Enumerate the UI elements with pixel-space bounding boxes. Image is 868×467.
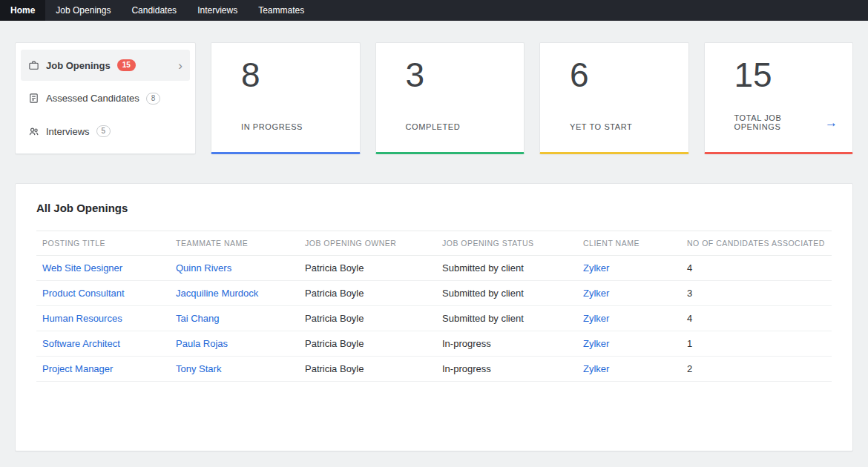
cell-candidates: 1 xyxy=(681,331,832,357)
column-header-job-opening-status: JOB OPENING STATUS xyxy=(436,231,577,256)
table-header-row: POSTING TITLETEAMMATE NAMEJOB OPENING OW… xyxy=(36,231,832,256)
chevron-right-icon: › xyxy=(178,59,183,72)
summary-item-interviews[interactable]: Interviews5 xyxy=(21,116,190,147)
stat-label-row: YET TO START xyxy=(570,122,674,131)
table-body: Web Site DesignerQuinn RiversPatricia Bo… xyxy=(36,256,832,382)
client-link[interactable]: Zylker xyxy=(583,313,609,324)
stat-card-in-progress: 8IN PROGRESS xyxy=(211,42,361,154)
cell-candidates: 3 xyxy=(681,281,832,306)
nav-item-home[interactable]: Home xyxy=(0,0,45,21)
stat-label: COMPLETED xyxy=(406,122,461,131)
dashboard-top-row: Job Openings15›Assessed Candidates8Inter… xyxy=(15,42,853,154)
count-badge: 8 xyxy=(146,93,161,105)
nav-item-candidates[interactable]: Candidates xyxy=(121,0,187,21)
column-header-posting-title: POSTING TITLE xyxy=(36,231,170,256)
count-badge: 5 xyxy=(96,125,111,137)
cell-owner: Patricia Boyle xyxy=(299,256,436,281)
top-nav: HomeJob OpeningsCandidatesInterviewsTeam… xyxy=(0,0,868,21)
cell-posting-title: Software Architect xyxy=(36,331,170,357)
stat-label: TOTAL JOB OPENINGS xyxy=(734,113,826,131)
cell-posting-title: Project Manager xyxy=(36,357,170,382)
cell-teammate-name: Tai Chang xyxy=(170,306,299,331)
summary-panel: Job Openings15›Assessed Candidates8Inter… xyxy=(15,42,196,154)
stat-label-row: COMPLETED xyxy=(406,122,510,131)
summary-item-label: Job Openings xyxy=(46,60,111,71)
job-openings-table: POSTING TITLETEAMMATE NAMEJOB OPENING OW… xyxy=(36,231,832,382)
main-content: Job Openings15›Assessed Candidates8Inter… xyxy=(0,42,868,451)
cell-owner: Patricia Boyle xyxy=(299,281,436,306)
cell-teammate-name: Quinn Rivers xyxy=(170,256,299,281)
cell-owner: Patricia Boyle xyxy=(299,306,436,331)
teammate-name-link[interactable]: Tony Stark xyxy=(176,363,221,374)
table-row: Product ConsultantJacquiline MurdockPatr… xyxy=(36,281,832,306)
posting-title-link[interactable]: Human Resources xyxy=(42,313,122,324)
stat-label-row: IN PROGRESS xyxy=(241,122,345,131)
cell-status: In-progress xyxy=(436,331,577,357)
cell-posting-title: Product Consultant xyxy=(36,281,170,306)
posting-title-link[interactable]: Web Site Designer xyxy=(42,262,122,274)
arrow-right-icon[interactable]: → xyxy=(825,116,838,129)
posting-title-link[interactable]: Software Architect xyxy=(42,338,120,349)
stat-card-yet-to-start: 6YET TO START xyxy=(539,42,689,154)
summary-item-label: Interviews xyxy=(46,126,90,137)
briefcase-icon xyxy=(28,60,39,71)
cell-teammate-name: Paula Rojas xyxy=(170,331,299,357)
cell-candidates: 4 xyxy=(681,306,832,331)
cell-teammate-name: Jacquiline Murdock xyxy=(170,281,299,306)
summary-item-job-openings[interactable]: Job Openings15› xyxy=(21,50,190,81)
table-row: Web Site DesignerQuinn RiversPatricia Bo… xyxy=(36,256,832,281)
posting-title-link[interactable]: Product Consultant xyxy=(42,288,125,299)
column-header-client-name: CLIENT NAME xyxy=(577,231,681,256)
table-row: Human ResourcesTai ChangPatricia BoyleSu… xyxy=(36,306,832,331)
interviews-icon xyxy=(28,126,39,137)
stat-label-row: TOTAL JOB OPENINGS→ xyxy=(734,113,838,131)
count-badge: 15 xyxy=(117,59,136,71)
cell-posting-title: Human Resources xyxy=(36,306,170,331)
cell-candidates: 2 xyxy=(681,357,832,382)
nav-item-interviews[interactable]: Interviews xyxy=(187,0,248,21)
nav-item-teammates[interactable]: Teammates xyxy=(248,0,315,21)
table-title: All Job Openings xyxy=(36,202,832,214)
nav-item-job-openings[interactable]: Job Openings xyxy=(45,0,121,21)
cell-client: Zylker xyxy=(577,357,681,382)
cell-status: Submitted by client xyxy=(436,256,577,281)
stat-value: 3 xyxy=(406,58,510,92)
column-header-no-of-candidates-associated: NO OF CANDIDATES ASSOCIATED xyxy=(681,231,832,256)
table-row: Software ArchitectPaula RojasPatricia Bo… xyxy=(36,331,832,357)
cell-status: Submitted by client xyxy=(436,281,577,306)
stat-value: 8 xyxy=(241,58,345,92)
client-link[interactable]: Zylker xyxy=(583,363,609,374)
cell-status: In-progress xyxy=(436,357,577,382)
teammate-name-link[interactable]: Paula Rojas xyxy=(176,338,228,349)
summary-item-label: Assessed Candidates xyxy=(46,93,139,104)
column-header-teammate-name: TEAMMATE NAME xyxy=(170,231,299,256)
stat-label: YET TO START xyxy=(570,122,632,131)
teammate-name-link[interactable]: Tai Chang xyxy=(176,313,220,324)
assessed-candidates-icon xyxy=(28,93,39,104)
cell-teammate-name: Tony Stark xyxy=(170,357,299,382)
posting-title-link[interactable]: Project Manager xyxy=(42,363,113,374)
client-link[interactable]: Zylker xyxy=(583,262,609,274)
client-link[interactable]: Zylker xyxy=(583,288,609,299)
cell-client: Zylker xyxy=(577,256,681,281)
cell-owner: Patricia Boyle xyxy=(299,331,436,357)
cell-client: Zylker xyxy=(577,331,681,357)
cell-client: Zylker xyxy=(577,281,681,306)
teammate-name-link[interactable]: Quinn Rivers xyxy=(176,262,231,274)
stat-card-completed: 3COMPLETED xyxy=(375,42,525,154)
table-row: Project ManagerTony StarkPatricia BoyleI… xyxy=(36,357,832,382)
stat-cards: 8IN PROGRESS3COMPLETED6YET TO START15TOT… xyxy=(211,42,853,154)
stat-label: IN PROGRESS xyxy=(241,122,303,131)
summary-item-assessed-candidates[interactable]: Assessed Candidates8 xyxy=(21,83,190,114)
cell-posting-title: Web Site Designer xyxy=(36,256,170,281)
stat-card-total-job-openings: 15TOTAL JOB OPENINGS→ xyxy=(704,42,854,154)
job-openings-card: All Job Openings POSTING TITLETEAMMATE N… xyxy=(15,183,853,451)
client-link[interactable]: Zylker xyxy=(583,338,609,349)
cell-client: Zylker xyxy=(577,306,681,331)
cell-owner: Patricia Boyle xyxy=(299,357,436,382)
cell-status: Submitted by client xyxy=(436,306,577,331)
teammate-name-link[interactable]: Jacquiline Murdock xyxy=(176,288,258,299)
column-header-job-opening-owner: JOB OPENING OWNER xyxy=(299,231,436,256)
stat-value: 6 xyxy=(570,58,674,92)
cell-candidates: 4 xyxy=(681,256,832,281)
